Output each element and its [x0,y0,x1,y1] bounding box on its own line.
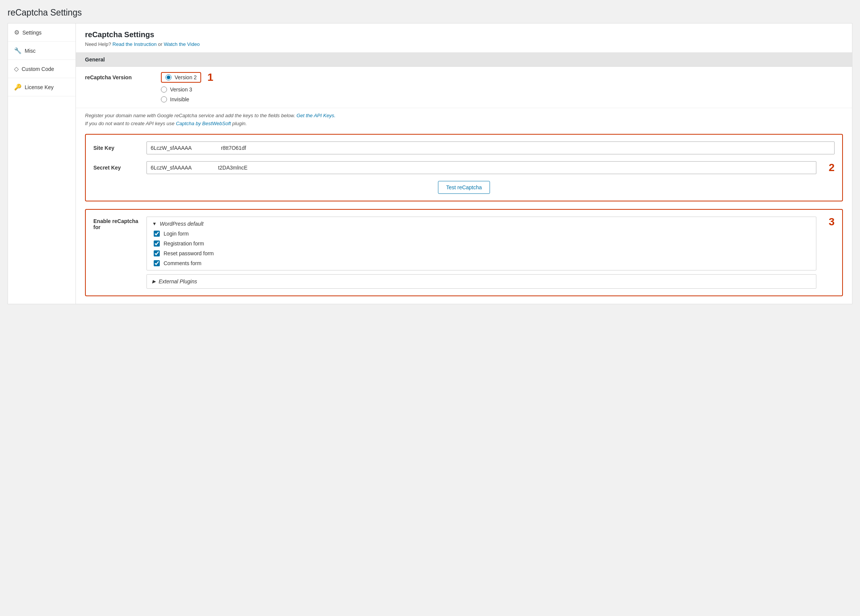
general-section-header: General [76,53,852,67]
key-icon: 🔑 [14,83,22,91]
login-form-option[interactable]: Login form [154,231,809,237]
watch-video-link[interactable]: Watch the Video [164,41,200,47]
version3-radio[interactable] [161,86,167,93]
step-2-number: 2 [828,162,835,173]
secret-key-label: Secret Key [93,165,139,171]
site-key-row: Site Key [93,141,835,154]
wordpress-default-header[interactable]: ▼ WordPress default [152,221,811,227]
enable-inner: Enable reCaptcha for ▼ WordPress default [86,210,842,295]
recaptcha-version-control: Version 2 Version 3 Invisible [161,72,843,102]
secret-key-input[interactable] [146,161,816,174]
code-icon: ◇ [14,65,19,72]
login-form-checkbox[interactable] [154,231,160,237]
step-1-number: 1 [207,72,213,83]
help-text: Need Help? Read the Instruction or Watch… [85,41,843,47]
sidebar-item-misc[interactable]: 🔧 Misc [8,42,76,60]
version-radio-group: Version 2 Version 3 Invisible [161,72,201,102]
keys-section: Site Key Secret Key 2 Test reCaptcha [85,134,843,201]
comments-form-label: Comments form [164,260,202,266]
site-key-input[interactable] [146,141,835,154]
reset-password-form-checkbox[interactable] [154,250,160,256]
content-heading: reCaptcha Settings [85,30,843,39]
test-button-row: Test reCaptcha [93,181,835,194]
reset-password-form-option[interactable]: Reset password form [154,250,809,256]
read-instruction-link[interactable]: Read the Instruction [112,41,156,47]
registration-form-checkbox[interactable] [154,240,160,247]
sidebar-item-settings[interactable]: ⚙ Settings [8,24,76,42]
wordpress-default-group: ▼ WordPress default Login form [146,217,816,270]
enable-label: Enable reCaptcha for [93,217,139,230]
comments-form-checkbox[interactable] [154,260,160,266]
content-header: reCaptcha Settings Need Help? Read the I… [76,24,852,53]
recaptcha-version-label: reCaptcha Version [85,72,161,80]
sidebar: ⚙ Settings 🔧 Misc ◇ Custom Code 🔑 Licens… [8,23,76,304]
enable-recaptcha-section: Enable reCaptcha for ▼ WordPress default [85,209,843,296]
version2-option[interactable]: Version 2 [161,72,201,83]
registration-form-option[interactable]: Registration form [154,240,809,247]
step-3-number: 3 [828,217,835,227]
reset-password-form-label: Reset password form [164,250,214,256]
invisible-radio[interactable] [161,96,167,102]
site-key-label: Site Key [93,145,139,151]
page-title: reCaptcha Settings [0,0,860,23]
get-api-keys-link[interactable]: Get the API Keys. [296,113,335,118]
secret-key-row: Secret Key 2 [93,161,835,174]
comments-form-option[interactable]: Comments form [154,260,809,266]
registration-form-label: Registration form [164,240,204,247]
version3-option[interactable]: Version 3 [161,86,201,93]
recaptcha-version-row: reCaptcha Version Version 2 [76,67,852,108]
external-plugins-row[interactable]: ▶ External Plugins [146,274,816,289]
invisible-option[interactable]: Invisible [161,96,201,102]
info-text: Register your domain name with Google re… [76,108,852,134]
login-form-label: Login form [164,231,189,237]
external-plugins-arrow: ▶ [152,279,156,284]
checkbox-list: Login form Registration form Reset passw… [152,231,811,266]
version2-radio[interactable] [165,74,172,80]
enable-options: ▼ WordPress default Login form [146,217,816,289]
main-content: reCaptcha Settings Need Help? Read the I… [76,23,852,304]
settings-icon: ⚙ [14,29,19,36]
wordpress-default-label: WordPress default [160,221,203,227]
captcha-bestwebsoft-link[interactable]: Captcha by BestWebSoft [176,121,231,126]
test-recaptcha-button[interactable]: Test reCaptcha [438,181,490,194]
wrench-icon: 🔧 [14,47,22,54]
external-plugins-label: External Plugins [159,278,197,284]
sidebar-item-license-key[interactable]: 🔑 License Key [8,78,76,96]
wordpress-default-arrow: ▼ [152,221,157,226]
sidebar-item-custom-code[interactable]: ◇ Custom Code [8,60,76,78]
